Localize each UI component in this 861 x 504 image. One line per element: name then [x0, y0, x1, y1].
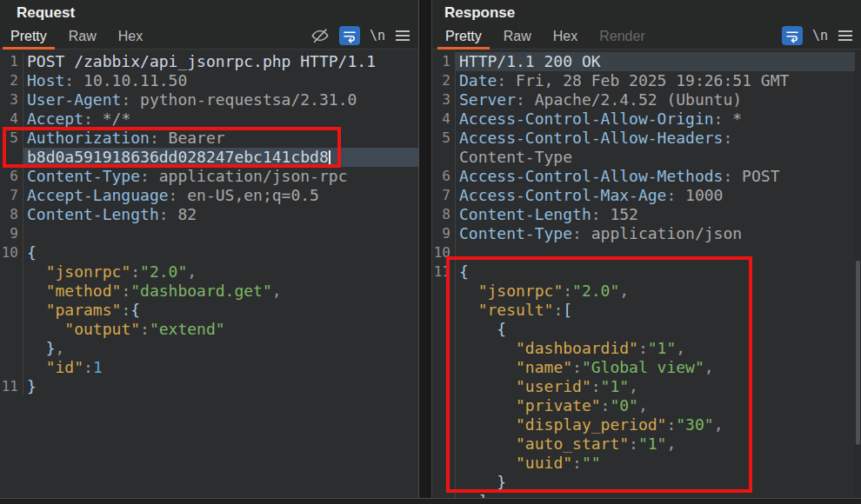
line-number	[432, 396, 456, 415]
code-token: :	[169, 186, 178, 204]
code-token: :	[150, 129, 159, 147]
code-line-content: HTTP/1.1 200 OK	[456, 52, 861, 71]
code-token: :	[140, 320, 150, 338]
code-line: 4Access-Control-Allow-Origin: *	[432, 109, 861, 129]
code-token: "dashboardid"	[516, 339, 638, 357]
line-number	[432, 473, 456, 492]
code-token: 1000	[676, 186, 723, 204]
code-token: 10.10.11.50	[74, 71, 187, 90]
response-editor[interactable]: 1HTTP/1.1 200 OK2Date: Fri, 28 Feb 2025 …	[432, 50, 861, 498]
line-number: 2	[432, 71, 456, 90]
word-wrap-icon[interactable]	[782, 26, 803, 45]
code-token: :	[666, 186, 676, 204]
code-token: Host	[27, 71, 64, 90]
line-number	[0, 301, 23, 320]
code-line-content: "uuid":""	[456, 454, 861, 473]
tab-response-hex[interactable]: Hex	[545, 26, 585, 50]
code-token: "extend"	[150, 320, 225, 338]
code-token: :	[130, 262, 140, 281]
line-number: 9	[432, 224, 456, 243]
code-line-content: "private":"0",	[456, 396, 861, 415]
code-token: "Global view"	[582, 358, 704, 376]
code-line-content: "display_period":"30",	[456, 415, 861, 434]
line-number: 8	[432, 205, 456, 224]
code-token: :	[516, 90, 525, 109]
code-line: Content-Type	[432, 148, 861, 167]
code-token: "uuid"	[516, 454, 572, 472]
code-token: :	[553, 301, 563, 319]
code-token: POST /zabbix/api_jsonrpc.php HTTP/1.1	[27, 52, 376, 70]
code-line-content: {	[456, 262, 861, 282]
line-number: 9	[0, 224, 23, 243]
line-number: 6	[432, 167, 456, 186]
code-token: :	[666, 415, 676, 434]
line-number	[432, 454, 456, 473]
code-line-content: Content-Type	[456, 148, 861, 167]
tab-request-raw[interactable]: Raw	[61, 26, 104, 50]
word-wrap-icon[interactable]	[339, 26, 360, 45]
code-token: Access-Control-Allow-Origin	[459, 109, 714, 128]
code-token: ,	[629, 377, 638, 395]
code-token: :	[121, 282, 130, 300]
code-line: },	[0, 339, 418, 358]
code-token	[459, 396, 516, 414]
code-token: }	[46, 339, 56, 357]
line-number: 6	[0, 167, 23, 186]
code-line-content	[23, 224, 418, 243]
menu-icon[interactable]	[838, 30, 853, 42]
burp-message-editor-split: Request Pretty Raw Hex	[0, 0, 861, 498]
tab-response-pretty[interactable]: Pretty	[437, 26, 490, 50]
code-token: "30"	[676, 415, 713, 434]
hide-nonprinting-icon[interactable]	[310, 26, 330, 45]
code-token: *	[723, 109, 742, 128]
line-number	[0, 320, 23, 339]
code-line-content: "jsonrpc":"2.0",	[23, 262, 418, 282]
code-line-content: "output":"extend"	[23, 320, 418, 339]
code-line: b8d0a591918636dd028247ebc141cbd8	[0, 148, 418, 167]
line-number: 7	[432, 186, 456, 205]
code-token: Date	[459, 71, 497, 90]
line-number	[432, 148, 456, 167]
code-token	[459, 473, 497, 491]
code-token	[27, 358, 46, 376]
code-token: :	[572, 224, 582, 242]
line-number	[432, 282, 456, 301]
code-token: "jsonrpc"	[478, 282, 564, 300]
code-line: 8Content-Length: 82	[0, 205, 418, 224]
menu-icon[interactable]	[395, 30, 410, 42]
code-line-content: Access-Control-Max-Age: 1000	[456, 186, 861, 205]
request-editor[interactable]: 1POST /zabbix/api_jsonrpc.php HTTP/1.12H…	[0, 50, 418, 498]
code-line-content: Host: 10.10.11.50	[23, 71, 418, 90]
code-token: 152	[601, 205, 638, 223]
code-token: :	[83, 358, 93, 376]
code-token: Access-Control-Max-Age	[459, 186, 666, 204]
code-token: ,	[56, 339, 65, 357]
newline-toggle-icon[interactable]: \n	[812, 28, 828, 43]
code-token: ,	[704, 358, 714, 376]
code-token: "auto_start"	[516, 434, 629, 453]
tab-request-pretty[interactable]: Pretty	[3, 26, 55, 50]
tab-request-hex[interactable]: Hex	[110, 26, 150, 50]
code-token: Server	[459, 90, 516, 109]
code-token: :	[497, 71, 506, 90]
code-line-content: }	[23, 377, 418, 396]
code-line: 3User-Agent: python-requestsa/2.31.0	[0, 90, 418, 109]
code-token: "result"	[478, 301, 554, 319]
response-tabbar: Pretty Raw Hex Render \n	[432, 26, 861, 50]
panel-split-divider[interactable]	[418, 0, 432, 498]
line-number	[432, 377, 456, 396]
code-token	[27, 320, 64, 338]
code-token: application/json	[582, 224, 742, 242]
line-number: 11	[432, 262, 456, 282]
code-token	[459, 282, 478, 300]
code-line-content: Accept-Language: en-US,en;q=0.5	[23, 186, 418, 205]
newline-toggle-icon[interactable]: \n	[370, 28, 385, 43]
code-token: ,	[272, 282, 282, 300]
code-token: application/json-rpc	[150, 167, 348, 185]
line-number: 7	[0, 186, 23, 205]
code-line: 11}	[0, 377, 418, 396]
tab-response-raw[interactable]: Raw	[496, 26, 539, 50]
line-number: 5	[432, 129, 456, 148]
code-token: Apache/2.4.52 (Ubuntu)	[525, 90, 742, 109]
response-scrollbar-thumb[interactable]	[856, 261, 860, 445]
